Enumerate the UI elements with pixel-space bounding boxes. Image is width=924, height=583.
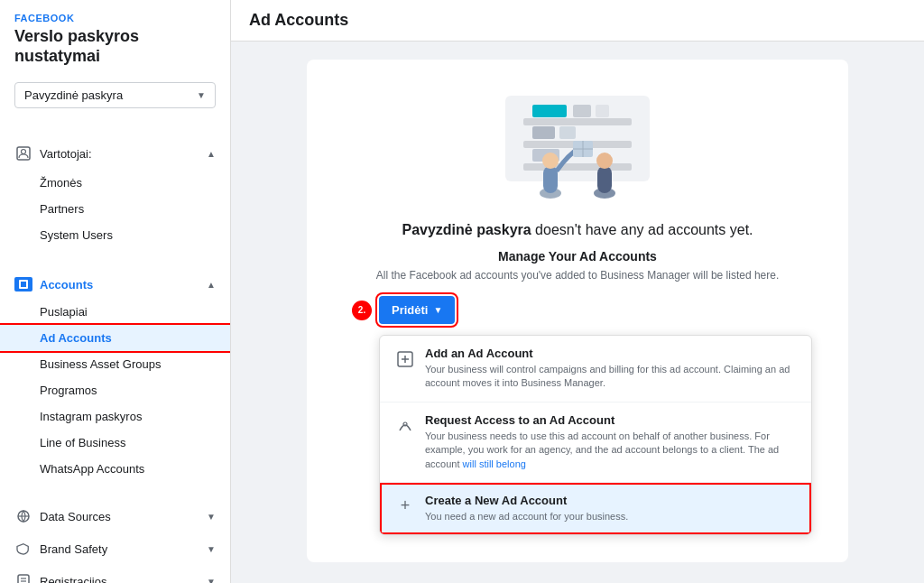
accounts-chevron-icon: ▲ [207,280,216,290]
brand-safety-label: Brand Safety [40,542,107,556]
manage-title: Manage Your Ad Accounts [343,249,812,264]
manage-subtitle: All the Facebook ad accounts you've adde… [343,269,812,282]
main-content: Ad Accounts [231,0,924,583]
brand-safety-header[interactable]: Brand Safety ▼ [0,532,230,565]
registracijos-chevron-icon: ▼ [207,577,216,583]
users-label: Vartotojai: [40,147,92,161]
users-section: Vartotojai: ▲ Žmonės Partners System Use… [0,134,230,252]
dropdown-item-create[interactable]: 3. + Create a New Ad Account You need a … [380,483,811,534]
page-title: Ad Accounts [249,11,906,30]
sidebar-item-instagram[interactable]: Instagram paskyros [0,403,230,430]
illustration [478,87,677,204]
data-sources-header[interactable]: Data Sources ▼ [0,500,230,532]
request-access-icon [394,415,416,437]
request-access-desc: Your business needs to use this ad accou… [425,430,797,471]
dropdown-item-add[interactable]: Add an Ad Account Your business will con… [380,336,811,403]
svg-rect-11 [523,163,632,171]
registracijos-header[interactable]: Registracijos ▼ [0,565,230,583]
empty-state-text: Pavyzdinė paskyra doesn't have any ad ac… [343,222,812,238]
accounts-section-header[interactable]: Accounts ▲ [0,270,230,299]
sidebar-item-line-of-business[interactable]: Line of Business [0,430,230,456]
request-access-content: Request Access to an Ad Account Your bus… [425,413,797,471]
prideti-button[interactable]: Pridėti ▼ [379,296,455,324]
create-account-content: Create a New Ad Account You need a new a… [425,494,797,523]
svg-rect-15 [532,126,555,139]
sidebar-item-whatsapp[interactable]: WhatsApp Accounts [0,456,230,482]
data-sources-icon [14,507,32,525]
svg-rect-13 [573,105,591,117]
users-icon [14,144,32,162]
request-access-title: Request Access to an Ad Account [425,413,797,427]
add-account-icon [394,348,416,370]
facebook-label: FACEBOOK [14,13,216,23]
add-account-title: Add an Ad Account [425,347,797,360]
sidebar-item-business-asset-groups[interactable]: Business Asset Groups [0,351,230,377]
prideti-section: 2. Pridėti ▼ [379,296,812,324]
sidebar: FACEBOOK Verslo paskyros nustatymai Pavy… [0,0,231,583]
main-scrollable: Pavyzdinė paskyra doesn't have any ad ac… [231,42,924,583]
sidebar-item-ad-accounts[interactable]: Ad Accounts [0,325,230,351]
svg-point-20 [542,153,559,169]
account-dropdown[interactable]: Pavyzdinė paskyra ▼ [14,82,216,108]
dropdown-arrow-icon: ▼ [433,305,442,315]
dropdown-value: Pavyzdinė paskyra [24,88,123,102]
dropdown-item-request[interactable]: Request Access to an Ad Account Your bus… [380,403,811,483]
create-account-title: Create a New Ad Account [425,494,797,507]
content-card: Pavyzdinė paskyra doesn't have any ad ac… [307,60,848,562]
svg-rect-12 [532,105,567,117]
create-account-desc: You need a new ad account for your busin… [425,510,797,523]
add-account-content: Add an Ad Account Your business will con… [425,347,797,391]
data-sources-label: Data Sources [40,510,111,523]
ad-accounts-outline: 1. Ad Accounts [0,325,230,351]
accounts-label: Accounts [40,278,93,292]
sidebar-item-puslapiai[interactable]: Puslapiai [0,299,230,325]
svg-rect-22 [597,166,612,193]
sidebar-item-programos[interactable]: Programos [0,377,230,403]
data-sources-chevron-icon: ▼ [207,512,216,522]
svg-point-23 [596,153,613,169]
svg-point-1 [22,150,26,154]
sidebar-item-zmoness[interactable]: Žmonės [0,170,230,196]
main-header: Ad Accounts [231,0,924,42]
sidebar-item-partners[interactable]: Partners [0,196,230,222]
brand-safety-chevron-icon: ▼ [207,544,216,554]
accounts-section: Accounts ▲ Puslapiai 1. Ad Accounts Busi… [0,266,230,486]
users-chevron-icon: ▲ [207,149,216,159]
svg-rect-16 [559,126,576,139]
chevron-down-icon: ▼ [197,90,206,100]
sidebar-title: Verslo paskyros nustatymai [14,27,216,66]
add-account-desc: Your business will control campaigns and… [425,363,797,391]
sidebar-header: FACEBOOK Verslo paskyros nustatymai [0,0,230,71]
users-section-header[interactable]: Vartotojai: ▲ [0,137,230,170]
create-account-icon: + [394,495,416,517]
svg-rect-9 [523,118,632,125]
registracijos-icon [14,572,32,583]
registracijos-label: Registracijos [40,575,106,583]
dropdown-menu: Add an Ad Account Your business will con… [379,335,812,535]
brand-safety-icon [14,540,32,558]
sidebar-item-system-users[interactable]: System Users [0,222,230,248]
svg-rect-14 [596,105,609,117]
accounts-icon [14,277,32,292]
step2-label: 2. [352,301,372,320]
